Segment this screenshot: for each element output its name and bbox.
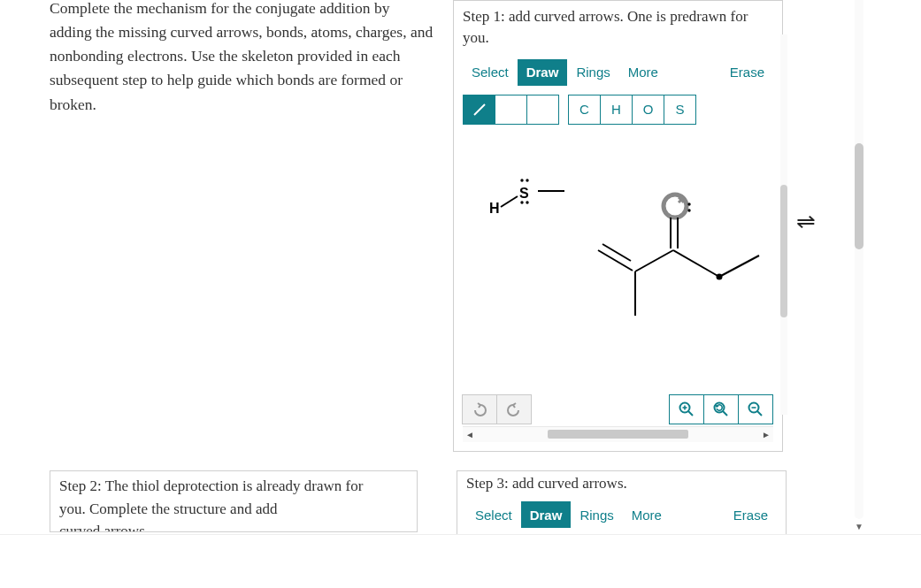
page-footer-blank	[0, 535, 921, 588]
step1-title: Step 1: add curved arrows. One is predra…	[463, 6, 773, 49]
svg-line-29	[723, 411, 727, 416]
label-s: S	[519, 186, 529, 201]
step2-text-l1: Step 2: The thiol deprotection is alread…	[59, 475, 408, 498]
page-vscroll[interactable]: ▲ ▼	[851, 0, 867, 533]
label-h: H	[489, 201, 500, 216]
svg-line-23	[719, 256, 759, 277]
step3-tab-select[interactable]: Select	[466, 501, 521, 528]
zoom-reset-icon[interactable]	[703, 394, 739, 424]
svg-line-19	[602, 244, 631, 261]
step2-text-l2: you. Complete the structure and add	[59, 498, 408, 521]
tab-select[interactable]: Select	[463, 59, 518, 86]
svg-line-21	[673, 250, 719, 277]
bond-triple-icon[interactable]	[526, 95, 559, 125]
bond-group	[463, 95, 559, 125]
svg-point-10	[526, 201, 528, 203]
svg-point-13	[687, 202, 690, 205]
canvas-hscroll[interactable]: ◄ ►	[463, 426, 773, 442]
step3-panel: Step 3: add curved arrows. Select Draw R…	[457, 470, 787, 535]
svg-line-18	[598, 250, 633, 271]
erase-button[interactable]: Erase	[721, 61, 773, 83]
zoom-in-icon[interactable]	[669, 394, 704, 424]
zoom-group	[670, 394, 773, 424]
bond-single-icon[interactable]	[463, 95, 495, 125]
step1-bottom-toolbar	[463, 393, 773, 426]
page-scroll-down-icon[interactable]: ▼	[852, 519, 866, 533]
step3-tab-draw[interactable]: Draw	[521, 501, 572, 528]
drawing-canvas[interactable]: H S	[463, 132, 773, 393]
step3-title: Step 3: add curved arrows.	[466, 475, 777, 493]
svg-line-0	[474, 104, 485, 115]
svg-point-9	[520, 201, 523, 203]
hscroll-track[interactable]	[477, 428, 759, 440]
svg-line-17	[635, 250, 673, 271]
step1-panel: Step 1: add curved arrows. One is predra…	[453, 0, 783, 452]
svg-point-8	[526, 179, 528, 181]
tab-rings[interactable]: Rings	[567, 59, 618, 86]
step2-text-l3: curved arrows	[59, 520, 408, 532]
step1-vscroll-thumb[interactable]	[780, 185, 787, 317]
undo-redo-group	[463, 394, 532, 424]
atom-h-button[interactable]: H	[600, 95, 633, 125]
step3-tab-more[interactable]: More	[623, 501, 671, 528]
question-prompt: Complete the mechanism for the conjugate…	[50, 0, 435, 117]
step1-vscroll[interactable]	[780, 34, 787, 415]
step3-erase-button[interactable]: Erase	[725, 504, 777, 526]
svg-point-7	[520, 179, 523, 181]
svg-point-14	[687, 209, 690, 211]
tab-draw[interactable]: Draw	[518, 59, 568, 86]
redo-icon[interactable]	[496, 394, 532, 424]
page-scroll-thumb[interactable]	[855, 143, 863, 249]
hscroll-left-icon[interactable]: ◄	[463, 427, 477, 441]
page-scroll-track[interactable]	[855, 0, 863, 519]
step3-mode-toolbar: Select Draw Rings More Erase	[466, 501, 777, 528]
atom-c-button[interactable]: C	[568, 95, 601, 125]
svg-line-31	[757, 411, 762, 416]
equilibrium-arrow-icon: ⇌	[796, 208, 814, 235]
step3-tab-rings[interactable]: Rings	[571, 501, 622, 528]
step1-subtoolbar: C H O S	[463, 95, 773, 125]
atom-group: C H O S	[568, 95, 696, 125]
atom-s-button[interactable]: S	[664, 95, 696, 125]
svg-line-6	[501, 196, 518, 207]
atom-o-button[interactable]: O	[632, 95, 664, 125]
tab-more[interactable]: More	[619, 59, 667, 86]
svg-line-25	[688, 411, 693, 416]
hscroll-thumb[interactable]	[548, 430, 689, 439]
zoom-out-icon[interactable]	[738, 394, 773, 424]
step2-panel: Step 2: The thiol deprotection is alread…	[50, 470, 418, 532]
bond-double-icon[interactable]	[495, 95, 527, 125]
step1-mode-toolbar: Select Draw Rings More Erase	[463, 59, 773, 86]
undo-icon[interactable]	[462, 394, 497, 424]
hscroll-right-icon[interactable]: ►	[759, 427, 773, 441]
